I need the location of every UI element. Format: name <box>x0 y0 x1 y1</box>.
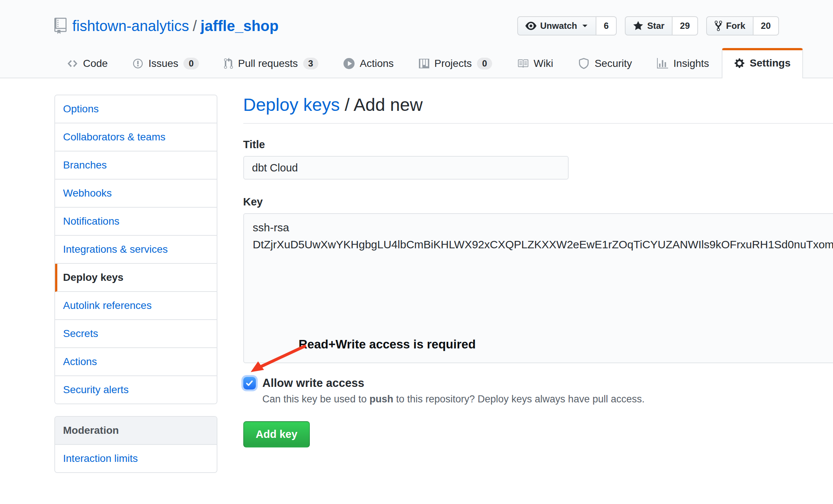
repo-owner-link[interactable]: fishtown-analytics <box>72 18 189 34</box>
key-text-plain: ssh-rsa DtZjrXuD5UwXwYKHgbgLU4lbCmBiKHLW… <box>253 221 833 251</box>
repo-nav: Code Issues 0 Pull requests 3 Actions Pr… <box>54 48 779 78</box>
sidebar-item-deploy-keys[interactable]: Deploy keys <box>55 264 217 292</box>
settings-sidebar: Options Collaborators & teams Branches W… <box>54 95 217 473</box>
tab-label: Security <box>595 58 632 69</box>
fork-button[interactable]: Fork <box>706 16 754 35</box>
repo-separator: / <box>193 18 197 34</box>
sidebar-item-security-alerts[interactable]: Security alerts <box>55 376 217 403</box>
unwatch-button[interactable]: Unwatch <box>517 16 596 35</box>
breadcrumb-current: Add new <box>353 95 423 115</box>
sidebar-item-interaction-limits[interactable]: Interaction limits <box>55 445 217 472</box>
sidebar-item-integrations-services[interactable]: Integrations & services <box>55 236 217 264</box>
stargazers-count[interactable]: 29 <box>673 16 698 35</box>
tab-insights[interactable]: Insights <box>644 48 722 78</box>
tab-actions[interactable]: Actions <box>331 48 406 78</box>
repo-icon <box>54 18 67 34</box>
tab-label: Insights <box>673 58 709 69</box>
allow-write-access-checkbox[interactable] <box>243 377 256 389</box>
tab-settings[interactable]: Settings <box>722 48 803 78</box>
sidebar-item-secrets[interactable]: Secrets <box>55 320 217 348</box>
main-content: Deploy keys / Add new Title Key ssh-rsa … <box>243 95 833 473</box>
tab-label: Issues <box>148 58 178 69</box>
tab-counter: 0 <box>183 58 199 69</box>
checkbox-help-text: Can this key be used to push to this rep… <box>263 394 833 405</box>
repo-name-link[interactable]: jaffle_shop <box>200 18 278 34</box>
annotation-arrow-icon <box>246 343 308 377</box>
tab-issues[interactable]: Issues 0 <box>120 48 211 78</box>
annotation-text: Read+Write access is required <box>299 337 476 351</box>
forks-count[interactable]: 20 <box>754 16 779 35</box>
fork-label: Fork <box>726 21 745 31</box>
add-key-button[interactable]: Add key <box>243 421 310 447</box>
tab-projects[interactable]: Projects 0 <box>406 48 505 78</box>
tab-code[interactable]: Code <box>54 48 121 78</box>
code-icon <box>67 58 78 69</box>
sidebar-item-autolink-references[interactable]: Autolink references <box>55 292 217 320</box>
star-icon <box>633 20 643 31</box>
watchers-count[interactable]: 6 <box>596 16 617 35</box>
sidebar-item-actions[interactable]: Actions <box>55 348 217 376</box>
key-label: Key <box>243 196 833 208</box>
sidebar-item-webhooks[interactable]: Webhooks <box>55 180 217 208</box>
fork-icon <box>714 20 722 32</box>
repo-header: fishtown-analytics / jaffle_shop Unwatch <box>0 0 833 78</box>
tab-label: Projects <box>434 58 472 69</box>
play-icon <box>343 58 355 69</box>
sidebar-item-options[interactable]: Options <box>55 95 217 123</box>
moderation-heading: Moderation <box>55 417 217 445</box>
tab-wiki[interactable]: Wiki <box>505 48 566 78</box>
allow-write-access-label[interactable]: Allow write access <box>263 377 365 390</box>
sidebar-item-branches[interactable]: Branches <box>55 151 217 180</box>
social-buttons: Unwatch 6 Star 29 <box>517 16 779 35</box>
unwatch-label: Unwatch <box>540 21 577 31</box>
tab-label: Actions <box>360 58 394 69</box>
tab-label: Pull requests <box>238 58 298 69</box>
star-label: Star <box>647 21 664 31</box>
tab-pull-requests[interactable]: Pull requests 3 <box>211 48 331 78</box>
page-title: Deploy keys / Add new <box>243 95 833 124</box>
title-input[interactable] <box>243 156 569 180</box>
tab-label: Code <box>83 58 108 69</box>
eye-icon <box>525 20 536 31</box>
graph-icon <box>657 58 668 69</box>
star-button[interactable]: Star <box>625 16 673 35</box>
shield-icon <box>578 58 589 69</box>
tab-counter: 3 <box>303 58 318 69</box>
settings-menu: Options Collaborators & teams Branches W… <box>54 95 217 404</box>
sidebar-item-notifications[interactable]: Notifications <box>55 208 217 236</box>
pull-request-icon <box>224 58 233 69</box>
tab-counter: 0 <box>477 58 492 69</box>
sidebar-item-collaborators-teams[interactable]: Collaborators & teams <box>55 123 217 151</box>
triangle-down-icon <box>582 23 588 29</box>
tab-label: Wiki <box>534 58 553 69</box>
tab-security[interactable]: Security <box>566 48 644 78</box>
issue-opened-icon <box>133 58 143 69</box>
book-icon <box>517 58 528 69</box>
deploy-keys-link[interactable]: Deploy keys <box>243 95 340 115</box>
project-icon <box>419 58 429 69</box>
tab-label: Settings <box>750 57 790 69</box>
breadcrumb-separator: / <box>345 95 349 115</box>
title-label: Title <box>243 139 833 151</box>
repo-breadcrumb: fishtown-analytics / jaffle_shop <box>54 18 279 34</box>
moderation-menu: Moderation Interaction limits <box>54 416 217 473</box>
gear-icon <box>734 58 745 69</box>
